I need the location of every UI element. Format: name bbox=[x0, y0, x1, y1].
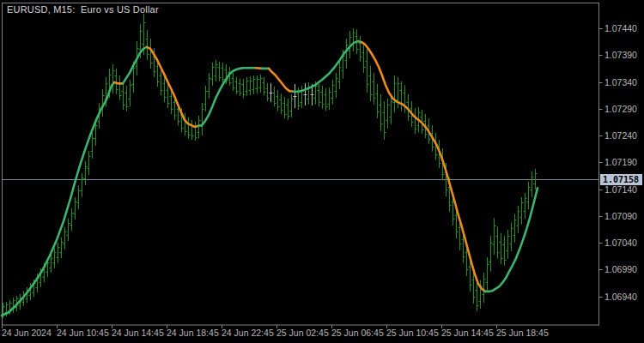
current-price-badge: 1.07158 bbox=[600, 174, 642, 185]
time-axis-label: 25 Jun 06:45 bbox=[331, 328, 384, 338]
mt5-chart-window: 1.074401.073901.073401.072901.072401.071… bbox=[0, 0, 644, 343]
time-axis-label: 25 Jun 10:45 bbox=[386, 328, 439, 338]
price-axis-label: 1.06940 bbox=[605, 292, 637, 302]
price-axis-label: 1.07040 bbox=[605, 238, 637, 248]
time-axis-label: 24 Jun 10:45 bbox=[57, 328, 109, 338]
chart-plot-area[interactable] bbox=[3, 3, 598, 324]
chart-title: EURUSD, M15: Euro vs US Dollar bbox=[7, 4, 159, 15]
chart-canvas: 1.074401.073901.073401.072901.072401.071… bbox=[0, 0, 644, 343]
price-axis-label: 1.07140 bbox=[605, 184, 637, 195]
price-axis-label: 1.07190 bbox=[605, 157, 637, 167]
price-axis-label: 1.07390 bbox=[605, 50, 637, 60]
time-axis-label: 24 Jun 14:45 bbox=[112, 328, 164, 338]
time-axis-label: 24 Jun 22:45 bbox=[222, 328, 274, 338]
time-axis-label: 25 Jun 02:45 bbox=[276, 328, 329, 338]
time-axis-label: 25 Jun 18:45 bbox=[496, 328, 549, 338]
time-axis-label: 24 Jun 18:45 bbox=[167, 328, 219, 338]
price-axis[interactable]: 1.074401.073901.073401.072901.072401.071… bbox=[599, 23, 638, 302]
time-axis[interactable]: 24 Jun 202424 Jun 10:4524 Jun 14:4524 Ju… bbox=[2, 325, 549, 338]
price-axis-label: 1.07340 bbox=[605, 77, 637, 87]
time-axis-label: 24 Jun 2024 bbox=[2, 328, 52, 338]
price-axis-label: 1.07090 bbox=[605, 211, 637, 221]
price-axis-label: 1.07290 bbox=[605, 104, 637, 114]
price-axis-label: 1.07440 bbox=[605, 23, 637, 33]
price-axis-label: 1.07240 bbox=[605, 130, 637, 141]
time-axis-label: 25 Jun 14:45 bbox=[441, 328, 494, 338]
price-axis-label: 1.06990 bbox=[605, 264, 637, 274]
